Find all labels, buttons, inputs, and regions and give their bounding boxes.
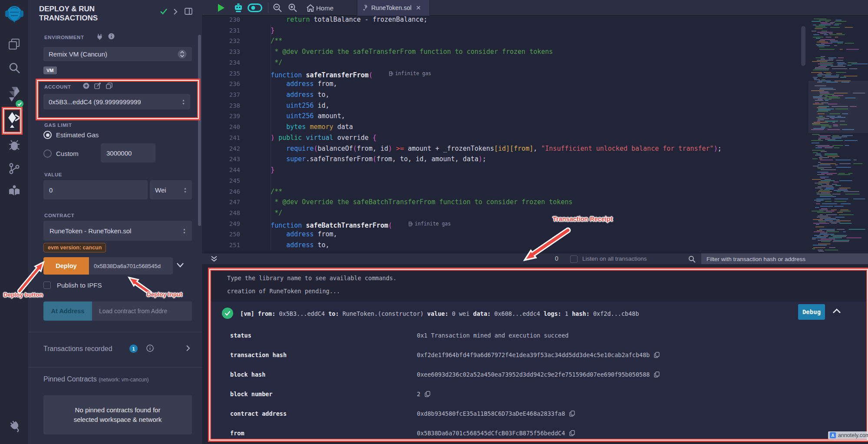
- contract-value: RuneToken - RuneToken.sol: [50, 227, 180, 235]
- panel-scrollbar[interactable]: [198, 35, 201, 226]
- estimated-gas-label: Estimated Gas: [56, 131, 99, 139]
- file-explorer-icon[interactable]: [0, 38, 28, 50]
- code-editor[interactable]: 230 return totalBalance - frozenBalance;…: [202, 16, 868, 253]
- receipt-key: status: [230, 332, 251, 339]
- copy-icon[interactable]: [569, 411, 575, 417]
- solidity-compiler-icon[interactable]: [0, 86, 28, 103]
- account-add-icon[interactable]: [83, 83, 89, 89]
- learneth-icon[interactable]: [0, 184, 28, 197]
- search-icon[interactable]: [0, 62, 28, 74]
- zoom-out-icon[interactable]: [273, 0, 282, 16]
- git-icon[interactable]: [0, 162, 28, 175]
- account-copy-icon[interactable]: [106, 83, 112, 89]
- code-line-235[interactable]: 235 function safeTransferFrom(infinite g…: [202, 68, 868, 79]
- deploy-run-icon[interactable]: [0, 111, 28, 129]
- debug-button[interactable]: Debug: [798, 304, 825, 320]
- environment-value: Remix VM (Cancun): [49, 50, 178, 58]
- transaction-summary[interactable]: [vm] from: 0x5B3...eddC4 to: RuneToken.(…: [240, 310, 639, 317]
- code-line-249[interactable]: 249 function safeBatchTransferFrom(infin…: [202, 219, 868, 229]
- at-address-button[interactable]: At Address: [43, 302, 92, 321]
- code-line-251[interactable]: 251 address to,: [202, 240, 868, 251]
- code-line-248[interactable]: 248 */: [202, 208, 868, 219]
- code-line-243[interactable]: 243 super.safeTransferFrom(from, to, id,…: [202, 154, 868, 165]
- code-line-239[interactable]: 239 uint256 amount,: [202, 111, 868, 122]
- code-line-238[interactable]: 238 uint256 id,: [202, 100, 868, 111]
- copy-icon[interactable]: [654, 371, 660, 378]
- environment-stepper-icon: [178, 50, 187, 59]
- code-line-230[interactable]: 230 return totalBalance - frozenBalance;: [202, 16, 868, 25]
- custom-gas-radio[interactable]: [43, 149, 52, 158]
- transactions-expand-icon[interactable]: [186, 345, 190, 351]
- estimated-gas-radio[interactable]: [43, 131, 52, 139]
- zoom-in-icon[interactable]: [288, 0, 297, 16]
- terminal[interactable]: Type the library name to see available c…: [202, 264, 868, 444]
- contract-select[interactable]: RuneToken - RuneToken.sol ▲▼: [43, 221, 192, 241]
- environment-select[interactable]: Remix VM (Cancun): [43, 47, 192, 61]
- code-line-246[interactable]: 246 /**: [202, 186, 868, 197]
- receipt-row-from: from0x5B38Da6a701c568545dCfcB03FcB875f56…: [208, 424, 867, 444]
- account-sign-icon[interactable]: [94, 83, 101, 89]
- code-line-241[interactable]: 241 ) public virtual override {: [202, 133, 868, 143]
- receipt-key: from: [230, 430, 244, 437]
- minimap[interactable]: [809, 16, 868, 253]
- code-line-250[interactable]: 250 address from,: [202, 229, 868, 240]
- code-line-236[interactable]: 236 address from,: [202, 79, 868, 89]
- line-number: 249: [202, 219, 240, 229]
- tab-label: RuneToken.sol: [371, 4, 412, 11]
- publish-ipfs-checkbox[interactable]: [43, 282, 51, 289]
- code-line-242[interactable]: 242 require(balanceOf(from, id) >= amoun…: [202, 143, 868, 154]
- code-text: uint256 amount,: [255, 111, 345, 122]
- copy-icon[interactable]: [654, 352, 660, 358]
- copy-icon[interactable]: [569, 430, 575, 436]
- deploy-input[interactable]: [89, 257, 173, 275]
- environment-info-icon[interactable]: [108, 33, 115, 40]
- account-select[interactable]: 0x5B3...eddC4 (99.9999999999 ▲▼: [43, 94, 190, 109]
- listen-all-checkbox[interactable]: [570, 255, 578, 263]
- line-number: 238: [202, 100, 240, 111]
- code-line-231[interactable]: 231 }: [202, 25, 868, 36]
- transactions-info-icon[interactable]: [146, 345, 154, 352]
- value-unit: Wei: [155, 186, 181, 194]
- collapse-receipt-icon[interactable]: [832, 308, 841, 314]
- custom-gas-input[interactable]: [101, 143, 155, 162]
- editor-scrollbar[interactable]: [801, 26, 805, 66]
- value-input[interactable]: [43, 180, 148, 199]
- panel-expand-icon[interactable]: [173, 9, 178, 15]
- ai-assistant-icon[interactable]: [233, 0, 244, 16]
- code-line-245[interactable]: 245: [202, 176, 868, 186]
- at-address-input[interactable]: [92, 302, 192, 321]
- home-tab[interactable]: Home: [316, 0, 333, 16]
- deploy-input-annotation-label: Deploy Input: [147, 291, 182, 298]
- line-number: 248: [202, 208, 240, 219]
- filter-input[interactable]: [701, 253, 868, 265]
- code-line-234[interactable]: 234 */: [202, 57, 868, 68]
- value-unit-select[interactable]: Wei ▲▼: [150, 180, 192, 199]
- deploy-button[interactable]: Deploy: [43, 257, 89, 275]
- code-line-232[interactable]: 232 /**: [202, 36, 868, 46]
- receipt-value: 0x5B38Da6a701c568545dCfcB03FcB875f56bedd…: [417, 430, 575, 437]
- panel-title: DEPLOY & RUN TRANSACTIONS: [39, 4, 143, 23]
- deploy-expand-icon[interactable]: [176, 262, 184, 268]
- home-icon[interactable]: [306, 0, 315, 16]
- collapse-terminal-icon[interactable]: [211, 255, 218, 262]
- ai-toggle-icon[interactable]: [248, 0, 262, 16]
- plugin-manager-icon[interactable]: [0, 421, 28, 434]
- tab-close-icon[interactable]: ✕: [416, 5, 421, 11]
- code-line-233[interactable]: 233 * @dev Override the safeTransferFrom…: [202, 46, 868, 57]
- code-line-237[interactable]: 237 address to,: [202, 89, 868, 100]
- panel-layout-icon[interactable]: [185, 8, 192, 15]
- environment-plug-icon[interactable]: [97, 33, 102, 40]
- tab-runetoken-sol[interactable]: RuneToken.sol ✕: [357, 0, 430, 16]
- debugger-icon[interactable]: [0, 139, 28, 151]
- code-line-240[interactable]: 240 bytes memory data: [202, 122, 868, 133]
- code-line-244[interactable]: 244 }: [202, 165, 868, 176]
- code-text: */: [255, 57, 282, 68]
- code-text: address from,: [255, 229, 337, 240]
- code-line-247[interactable]: 247 * @dev Override the safeBatchTransfe…: [202, 197, 868, 208]
- receipt-key: transaction hash: [230, 351, 287, 358]
- terminal-search-icon[interactable]: [688, 255, 696, 263]
- code-text: return totalBalance - frozenBalance;: [255, 16, 427, 25]
- copy-icon[interactable]: [425, 391, 430, 397]
- run-script-icon[interactable]: [217, 0, 225, 16]
- remix-logo-icon[interactable]: [0, 3, 28, 25]
